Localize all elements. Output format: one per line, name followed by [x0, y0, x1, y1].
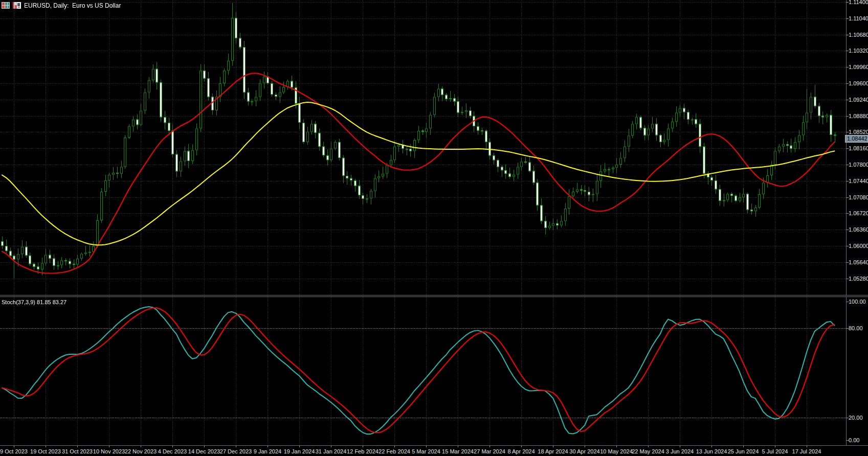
market-watch-table-icon — [2, 2, 10, 11]
time-axis-tick-mark — [711, 446, 712, 447]
price-tick-label: 1.11400 — [849, 0, 868, 5]
time-axis-tick-mark — [141, 446, 141, 447]
price-tick-label: 1.08520 — [849, 129, 868, 135]
bid-price-badge: 1.08442 — [845, 135, 868, 143]
chart-title: EURUSD, Daily: Euro vs US Dollar — [24, 2, 121, 9]
time-tick-label: 31 Jan 2024 — [316, 448, 347, 454]
price-tick-label: 1.07080 — [849, 194, 868, 200]
time-axis-tick-mark — [394, 446, 395, 447]
time-axis-tick-mark — [363, 446, 363, 447]
trading-chart-window: EURUSD, Daily: Euro vs US Dollar Stoch(3… — [0, 0, 868, 456]
time-tick-label: 25 Jun 2024 — [728, 448, 759, 454]
time-axis-tick-mark — [426, 446, 427, 447]
stochastic-canvas[interactable] — [0, 297, 846, 445]
time-axis-tick-mark — [46, 446, 46, 447]
time-axis[interactable]: 9 Oct 202319 Oct 202331 Oct 202310 Nov 2… — [0, 445, 868, 456]
price-tick-label: 1.08160 — [849, 145, 868, 151]
time-axis-tick-mark — [331, 446, 331, 447]
time-tick-label: 31 Oct 2023 — [62, 448, 93, 454]
time-axis-tick-mark — [743, 446, 744, 447]
price-tick-label: 1.06720 — [849, 210, 868, 216]
time-tick-label: 3 Jun 2024 — [666, 448, 694, 454]
time-tick-label: 30 Apr 2024 — [569, 448, 599, 454]
time-tick-label: 9 Oct 2023 — [0, 448, 28, 454]
time-axis-tick-mark — [268, 446, 268, 447]
time-axis-tick-mark — [521, 446, 522, 447]
stoch-tick-label: 100.00 — [849, 299, 866, 305]
stoch-tick-label: 80.00 — [849, 325, 863, 331]
candlestick-chart-icon — [13, 2, 21, 11]
price-tick-label: 1.08880 — [849, 113, 868, 119]
time-axis-tick-mark — [172, 446, 173, 447]
time-axis-tick-mark — [236, 446, 236, 447]
price-tick-label: 1.06360 — [849, 226, 868, 233]
time-axis-tick-mark — [489, 446, 490, 447]
time-axis-tick-mark — [553, 446, 553, 447]
price-tick-label: 1.10320 — [849, 48, 868, 54]
price-tick-label: 1.09960 — [849, 64, 868, 70]
time-tick-label: 19 Jan 2024 — [284, 448, 315, 454]
time-tick-label: 10 May 2024 — [600, 448, 633, 454]
price-tick-label: 1.05280 — [849, 276, 868, 282]
time-tick-label: 22 May 2024 — [632, 448, 664, 454]
time-tick-label: 14 Dec 2023 — [188, 448, 220, 454]
price-tick-label: 1.07800 — [849, 162, 868, 168]
time-tick-label: 27 Dec 2023 — [220, 448, 252, 454]
time-tick-label: 27 Mar 2024 — [474, 448, 505, 454]
time-axis-tick-mark — [458, 446, 458, 447]
price-tick-label: 1.10680 — [849, 32, 868, 38]
time-axis-tick-mark — [807, 446, 807, 447]
time-axis-tick-mark — [14, 446, 14, 447]
time-tick-label: 5 Mar 2024 — [412, 448, 440, 454]
time-axis-tick-mark — [77, 446, 78, 447]
time-axis-tick-mark — [680, 446, 680, 447]
time-tick-label: 22 Feb 2024 — [379, 448, 410, 454]
time-tick-label: 5 Jul 2024 — [762, 448, 788, 454]
time-tick-label: 18 Apr 2024 — [538, 448, 568, 454]
time-tick-label: 15 Mar 2024 — [442, 448, 474, 454]
stoch-tick-label: 20.00 — [849, 415, 863, 421]
time-axis-tick-mark — [648, 446, 649, 447]
stochastic-indicator-label: Stoch(37,3,9) 81.85 83.27 — [2, 299, 66, 305]
time-tick-label: 22 Nov 2023 — [125, 448, 157, 454]
panel-separator[interactable] — [0, 295, 868, 297]
time-axis-tick-mark — [299, 446, 300, 447]
price-tick-label: 1.05640 — [849, 259, 868, 265]
time-axis-tick-mark — [585, 446, 585, 447]
time-tick-label: 17 Jul 2024 — [792, 448, 821, 454]
time-axis-tick-mark — [616, 446, 617, 447]
price-axis[interactable]: 1.114001.110401.106801.103201.099601.096… — [846, 0, 868, 445]
time-tick-label: 12 Feb 2024 — [347, 448, 379, 454]
time-tick-label: 4 Dec 2023 — [158, 448, 187, 454]
price-tick-label: 1.07440 — [849, 178, 868, 184]
time-tick-label: 10 Nov 2023 — [93, 448, 125, 454]
time-axis-tick-mark — [109, 446, 109, 447]
stoch-tick-label: 0.00 — [849, 437, 859, 443]
price-tick-label: 1.09240 — [849, 97, 868, 103]
price-tick-label: 1.06000 — [849, 243, 868, 249]
time-axis-tick-mark — [204, 446, 205, 447]
time-tick-label: 19 Oct 2023 — [30, 448, 61, 454]
time-tick-label: 8 Apr 2024 — [507, 448, 535, 454]
price-tick-label: 1.11040 — [849, 15, 868, 21]
time-tick-label: 9 Jan 2024 — [254, 448, 281, 454]
price-tick-label: 1.09600 — [849, 80, 868, 86]
time-tick-label: 13 Jun 2024 — [696, 448, 727, 454]
price-chart-canvas[interactable] — [0, 0, 846, 295]
title-icons — [2, 2, 21, 11]
time-axis-tick-mark — [775, 446, 775, 447]
